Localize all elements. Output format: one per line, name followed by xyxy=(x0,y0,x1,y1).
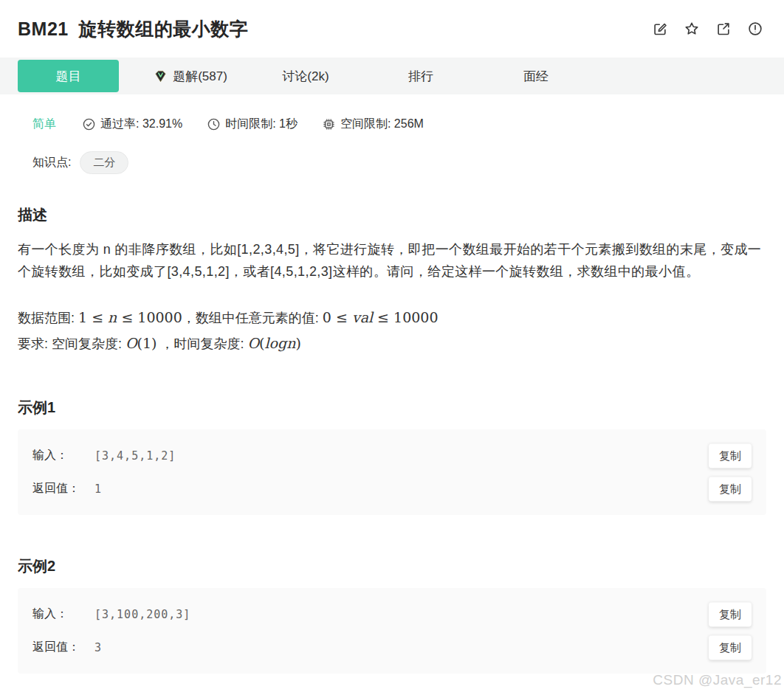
output-label: 返回值： xyxy=(32,640,94,655)
example1-output-row: 返回值： 1 复制 xyxy=(32,472,752,505)
problem-id: BM21 xyxy=(18,18,69,39)
example2-output-row: 返回值： 3 复制 xyxy=(32,631,752,664)
tab-interview[interactable]: 面经 xyxy=(523,68,549,85)
output-value: 3 xyxy=(94,641,102,654)
clock-icon xyxy=(207,118,220,131)
example1-box: 输入： [3,4,5,1,2] 复制 返回值： 1 复制 xyxy=(18,429,766,515)
csdn-watermark: CSDN @Java_er12 xyxy=(653,672,782,688)
example2-input-row: 输入： [3,100,200,3] 复制 xyxy=(32,598,752,631)
copy-input-button[interactable]: 复制 xyxy=(709,602,752,626)
pass-rate-text: 通过率: 32.91% xyxy=(100,117,182,132)
copy-input-button[interactable]: 复制 xyxy=(709,443,752,468)
tab-bar: 题目 题解(587) 讨论(2k) 排行 面经 xyxy=(0,58,784,94)
difficulty-badge: 简单 xyxy=(32,117,56,132)
check-circle-icon xyxy=(83,118,95,131)
page-title: BM21旋转数组的最小数字 xyxy=(18,17,248,41)
complexity-mid: ，时间复杂度: xyxy=(157,336,248,351)
edit-icon[interactable] xyxy=(652,21,668,37)
pass-rate: 通过率: 32.91% xyxy=(83,117,182,132)
knowledge-label: 知识点: xyxy=(32,155,71,170)
meta-row: 简单 通过率: 32.91% 时间限制: 1秒 空间限制: 256M xyxy=(18,117,766,132)
tab-solutions[interactable]: 题解(587) xyxy=(154,68,227,85)
time-limit-text: 时间限制: 1秒 xyxy=(225,117,298,132)
input-value: [3,100,200,3] xyxy=(94,608,190,621)
knowledge-row: 知识点: 二分 xyxy=(32,151,766,174)
description-body: 有一个长度为 n 的非降序数组，比如[1,2,3,4,5]，将它进行旋转，即把一… xyxy=(18,238,766,283)
tab-discussion[interactable]: 讨论(2k) xyxy=(282,68,329,85)
copy-output-button[interactable]: 复制 xyxy=(709,635,752,660)
chip-icon xyxy=(323,118,335,131)
knowledge-tag[interactable]: 二分 xyxy=(80,151,128,174)
report-icon[interactable] xyxy=(747,21,763,37)
solution-gem-icon xyxy=(154,69,168,83)
tab-discussion-label: 讨论(2k) xyxy=(282,68,329,85)
share-icon[interactable] xyxy=(715,21,732,37)
star-icon[interactable] xyxy=(684,21,700,37)
copy-output-button[interactable]: 复制 xyxy=(709,477,752,501)
example2-heading: 示例2 xyxy=(18,556,766,576)
output-value: 1 xyxy=(94,482,102,496)
page-header: BM21旋转数组的最小数字 xyxy=(0,0,784,58)
tab-ranking[interactable]: 排行 xyxy=(408,68,433,85)
example2-box: 输入： [3,100,200,3] 复制 返回值： 3 复制 xyxy=(18,588,766,674)
tab-problem-label: 题目 xyxy=(56,68,81,85)
data-range-mid: ，数组中任意元素的值: xyxy=(182,311,323,325)
input-label: 输入： xyxy=(32,448,94,463)
complexity-label: 要求: 空间复杂度: xyxy=(18,336,125,351)
tab-solutions-label: 题解(587) xyxy=(173,68,227,85)
input-label: 输入： xyxy=(32,606,94,622)
tab-problem[interactable]: 题目 xyxy=(18,60,119,92)
constraints: 数据范围: 1 ≤ n ≤ 10000，数组中任意元素的值: 0 ≤ val ≤… xyxy=(18,305,766,356)
time-limit: 时间限制: 1秒 xyxy=(207,117,298,132)
data-range-line: 数据范围: 1 ≤ n ≤ 10000，数组中任意元素的值: 0 ≤ val ≤… xyxy=(18,305,766,331)
tab-ranking-label: 排行 xyxy=(408,68,433,85)
example1-heading: 示例1 xyxy=(18,398,766,418)
tab-interview-label: 面经 xyxy=(523,68,549,85)
space-limit-text: 空间限制: 256M xyxy=(340,117,424,132)
complexity-line: 要求: 空间复杂度: O(1) ，时间复杂度: O(logn) xyxy=(18,331,766,356)
input-value: [3,4,5,1,2] xyxy=(94,449,176,463)
description-heading: 描述 xyxy=(18,205,766,225)
space-limit: 空间限制: 256M xyxy=(323,117,424,132)
output-label: 返回值： xyxy=(32,481,94,496)
problem-content: 简单 通过率: 32.91% 时间限制: 1秒 空间限制: 256M xyxy=(0,117,784,674)
data-range-label: 数据范围: xyxy=(18,311,78,325)
header-actions xyxy=(652,21,763,37)
example1-input-row: 输入： [3,4,5,1,2] 复制 xyxy=(32,439,752,472)
problem-name: 旋转数组的最小数字 xyxy=(79,18,249,39)
